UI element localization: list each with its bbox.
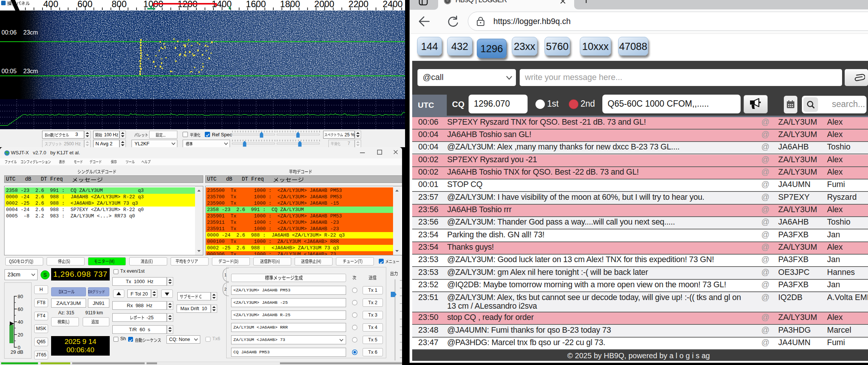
svg-text:80: 80 xyxy=(18,294,23,299)
svg-text:S: S xyxy=(43,272,47,278)
svg-text:40: 40 xyxy=(18,319,23,325)
svg-text:2: 2 xyxy=(224,287,227,291)
svg-text:60: 60 xyxy=(18,306,23,312)
svg-text:20: 20 xyxy=(18,332,23,338)
svg-text:1: 1 xyxy=(224,273,227,277)
